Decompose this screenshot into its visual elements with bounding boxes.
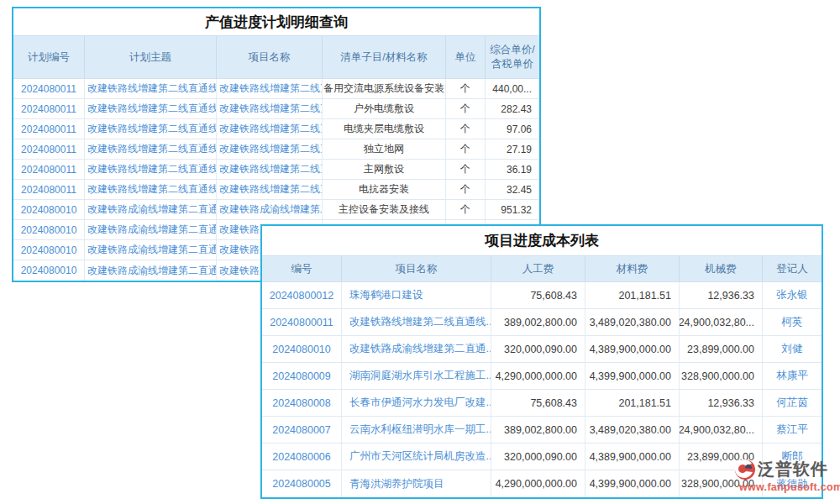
plan-id-link[interactable]: 2024080011	[13, 160, 85, 179]
table-row[interactable]: 20240800012 珠海鹤港口建设 75,608.43 201,181.51…	[262, 282, 822, 309]
material-name-cell: 独立地网	[323, 139, 446, 159]
project-name-link[interactable]: 改建铁路线增建第二线直通线	[217, 119, 323, 139]
plan-subject-link[interactable]: 改建铁路线增建第二线直通线	[85, 79, 217, 98]
plan-id-link[interactable]: 2024080011	[13, 180, 85, 199]
table-row[interactable]: 2024080011 改建铁路线增建第二线直通线 改建铁路线增建第二线直通线 主…	[13, 160, 539, 180]
labor-cost-cell: 4,290,000,000.00	[491, 363, 585, 389]
project-name-link[interactable]: 改建铁路成渝线增建第二直通	[217, 200, 323, 219]
plan-subject-link[interactable]: 改建铁路线增建第二线直通线	[85, 119, 217, 139]
project-name-link[interactable]: 改建铁路线增建第二线直通线	[217, 139, 323, 159]
table2-header-project-name: 项目名称	[342, 256, 491, 281]
plan-id-link[interactable]: 2024080010	[13, 240, 85, 260]
cost-id-link[interactable]: 2024080006	[262, 444, 342, 470]
fanpu-logo-icon	[734, 459, 756, 480]
table2-header-labor-cost: 人工费	[491, 256, 585, 281]
registrant-cell: 张永银	[763, 282, 822, 308]
labor-cost-cell: 389,002,800.00	[491, 417, 585, 443]
material-cost-cell: 4,389,900,000.00	[585, 444, 680, 470]
plan-id-link[interactable]: 2024080011	[13, 99, 85, 118]
table-row[interactable]: 20240800011 改建铁路线增建第二线直通线... 389,002,800…	[262, 309, 822, 336]
table-row[interactable]: 2024080010 改建铁路成渝线增建第二直通... 320,000,090.…	[262, 336, 822, 363]
cost-id-link[interactable]: 2024080009	[262, 363, 342, 389]
page: 产值进度计划明细查询 计划编号 计划主题 项目名称 清单子目/材料名称 单位 综…	[0, 0, 840, 504]
table1-header-plan-id: 计划编号	[13, 36, 85, 78]
unit-cell: 个	[446, 79, 486, 98]
table2-title: 项目进度成本列表	[262, 226, 822, 255]
table2-header-machine-cost: 机械费	[680, 256, 763, 281]
labor-cost-cell: 75,608.43	[491, 282, 585, 308]
plan-subject-link[interactable]: 改建铁路线增建第二线直通线	[85, 180, 217, 199]
unit-cell: 个	[446, 200, 486, 219]
table1-header-plan-subject: 计划主题	[85, 36, 217, 78]
plan-id-link[interactable]: 2024080010	[13, 260, 85, 281]
table-row[interactable]: 2024080011 改建铁路线增建第二线直通线 改建铁路线增建第二线直通线 备…	[13, 79, 539, 99]
plan-id-link[interactable]: 2024080010	[13, 200, 85, 219]
fanpu-brand-text: 泛普软件	[758, 458, 828, 480]
unit-price-cell: 951.32	[486, 200, 539, 219]
unit-price-cell: 27.19	[486, 139, 539, 159]
table1-title: 产值进度计划明细查询	[13, 8, 539, 35]
table-row[interactable]: 2024080011 改建铁路线增建第二线直通线 改建铁路线增建第二线直通线 电…	[13, 119, 539, 139]
material-name-cell: 主网敷设	[323, 160, 446, 179]
project-name-link[interactable]: 改建铁路成渝线增建第二直通...	[342, 336, 491, 362]
material-name-cell: 电缆夹层电缆敷设	[323, 119, 446, 139]
table-row[interactable]: 2024080011 改建铁路线增建第二线直通线 改建铁路线增建第二线直通线 电…	[13, 180, 539, 200]
table-row[interactable]: 2024080010 改建铁路成渝线增建第二直通 改建铁路成渝线增建第二直通 主…	[13, 200, 539, 220]
plan-subject-link[interactable]: 改建铁路成渝线增建第二直通	[85, 200, 217, 219]
plan-subject-link[interactable]: 改建铁路线增建第二线直通线	[85, 99, 217, 118]
project-name-link[interactable]: 改建铁路线增建第二线直通线	[217, 160, 323, 179]
project-name-link[interactable]: 改建铁路线增建第二线直通线	[217, 79, 323, 98]
project-name-link[interactable]: 湖南洞庭湖水库引水工程施工...	[342, 363, 491, 389]
project-name-link[interactable]: 改建铁路线增建第二线直通线	[217, 180, 323, 199]
unit-cell: 个	[446, 139, 486, 159]
machine-cost-cell: 328,900,000.00	[680, 363, 763, 389]
table1-header-unit-price: 综合单价/含税单价	[486, 36, 539, 78]
registrant-cell: 林康平	[763, 363, 822, 389]
plan-subject-link[interactable]: 改建铁路成渝线增建第二直通	[85, 220, 217, 239]
table-row[interactable]: 2024080009 湖南洞庭湖水库引水工程施工... 4,290,000,00…	[262, 363, 822, 390]
plan-id-link[interactable]: 2024080010	[13, 220, 85, 239]
project-name-link[interactable]: 广州市天河区统计局机房改造...	[342, 444, 491, 470]
table-row[interactable]: 2024080011 改建铁路线增建第二线直通线 改建铁路线增建第二线直通线 户…	[13, 99, 539, 119]
project-name-link[interactable]: 珠海鹤港口建设	[342, 282, 491, 308]
table-row[interactable]: 2024080011 改建铁路线增建第二线直通线 改建铁路线增建第二线直通线 独…	[13, 139, 539, 160]
machine-cost-cell: 24,900,032,80...	[680, 417, 763, 443]
cost-id-link[interactable]: 20240800011	[262, 309, 342, 335]
plan-subject-link[interactable]: 改建铁路成渝线增建第二直通	[85, 240, 217, 260]
plan-subject-link[interactable]: 改建铁路成渝线增建第二直通	[85, 260, 217, 281]
unit-cell: 个	[446, 99, 486, 118]
unit-price-cell: 282.43	[486, 99, 539, 118]
material-name-cell: 电抗器安装	[323, 180, 446, 199]
labor-cost-cell: 75,608.43	[491, 390, 585, 416]
plan-subject-link[interactable]: 改建铁路线增建第二线直通线	[85, 160, 217, 179]
unit-price-cell: 32.45	[486, 180, 539, 199]
cost-id-link[interactable]: 2024080005	[262, 470, 342, 497]
cost-id-link[interactable]: 2024080007	[262, 417, 342, 443]
project-name-link[interactable]: 青海洪湖养护院项目	[342, 470, 491, 497]
unit-price-cell: 97.06	[486, 119, 539, 139]
registrant-cell: 蔡江平	[763, 417, 822, 443]
material-cost-cell: 201,181.51	[585, 390, 680, 416]
table-row[interactable]: 2024080007 云南水利枢纽潜明水库一期工... 389,002,800.…	[262, 417, 822, 444]
plan-id-link[interactable]: 2024080011	[13, 139, 85, 159]
project-name-link[interactable]: 云南水利枢纽潜明水库一期工...	[342, 417, 491, 443]
table1-header-unit: 单位	[446, 36, 486, 78]
project-name-link[interactable]: 长春市伊通河水力发电厂改建...	[342, 390, 491, 416]
fanpu-url-text[interactable]: www.fanpusoft.com	[739, 481, 837, 493]
plan-id-link[interactable]: 2024080011	[13, 119, 85, 139]
plan-subject-link[interactable]: 改建铁路线增建第二线直通线	[85, 139, 217, 159]
project-name-link[interactable]: 改建铁路线增建第二线直通线	[217, 99, 323, 118]
table1-header-material-name: 清单子目/材料名称	[323, 36, 446, 78]
material-name-cell: 主控设备安装及接线	[323, 200, 446, 219]
table2-header-material-cost: 材料费	[585, 256, 680, 281]
project-name-link[interactable]: 改建铁路线增建第二线直通线...	[342, 309, 491, 335]
unit-price-cell: 36.19	[486, 160, 539, 179]
plan-id-link[interactable]: 2024080011	[13, 79, 85, 98]
table-row[interactable]: 2024080008 长春市伊通河水力发电厂改建... 75,608.43 20…	[262, 390, 822, 417]
cost-id-link[interactable]: 2024080008	[262, 390, 342, 416]
cost-id-link[interactable]: 2024080010	[262, 336, 342, 362]
material-cost-cell: 201,181.51	[585, 282, 680, 308]
cost-id-link[interactable]: 20240800012	[262, 282, 342, 308]
registrant-cell: 何芷茵	[763, 390, 822, 416]
material-cost-cell: 4,399,900,000.00	[585, 470, 680, 497]
